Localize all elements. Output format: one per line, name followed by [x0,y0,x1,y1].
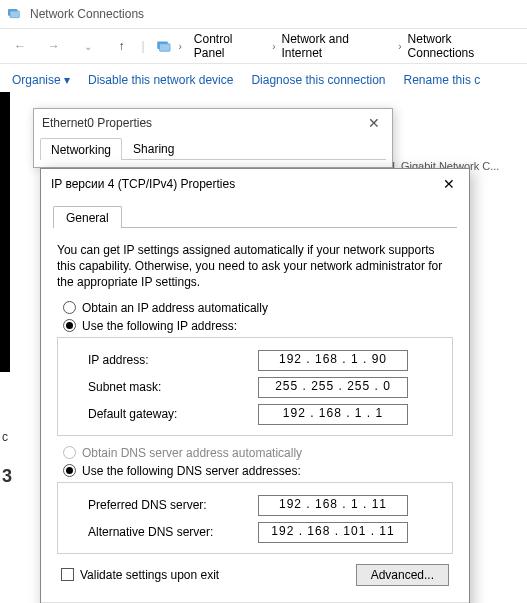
obscured-left-items: c 3 [2,430,12,509]
window-title: Network Connections [30,7,144,21]
crumb-network-connections[interactable]: Network Connections [408,32,521,60]
preferred-dns-input[interactable]: 192 . 168 . 1 . 11 [258,495,408,516]
tab-networking[interactable]: Networking [40,138,122,160]
ethernet-properties-dialog: Ethernet0 Properties ✕ Networking Sharin… [33,108,393,168]
checkbox-icon [61,568,74,581]
breadcrumb-icon [155,37,173,55]
preferred-dns-label: Preferred DNS server: [88,498,248,512]
radio-ip-auto[interactable]: Obtain an IP address automatically [63,301,457,315]
forward-button[interactable]: → [40,32,68,60]
ethernet-dialog-title: Ethernet0 Properties [42,116,152,130]
radio-dns-manual[interactable]: Use the following DNS server addresses: [63,464,457,478]
alternative-dns-input[interactable]: 192 . 168 . 101 . 11 [258,522,408,543]
alternative-dns-label: Alternative DNS server: [88,525,248,539]
radio-icon [63,301,76,314]
subnet-mask-input[interactable]: 255 . 255 . 255 . 0 [258,377,408,398]
chevron-right-icon: › [272,41,275,52]
rename-button[interactable]: Rename this c [404,73,481,87]
network-folder-icon [6,5,22,24]
ip-address-input[interactable]: 192 . 168 . 1 . 90 [258,350,408,371]
ethernet-tabs: Networking Sharing [40,137,386,160]
close-icon[interactable]: ✕ [364,115,384,131]
window-titlebar: Network Connections [0,0,527,28]
nav-bar: ← → ⌄ ↑ | › Control Panel › Network and … [0,28,527,64]
recent-button[interactable]: ⌄ [74,32,102,60]
tab-sharing[interactable]: Sharing [122,137,185,159]
ipv4-dialog-title: IP версии 4 (TCP/IPv4) Properties [51,177,235,191]
radio-icon [63,446,76,459]
chevron-right-icon: › [398,41,401,52]
ip-address-label: IP address: [88,353,248,367]
radio-ip-manual[interactable]: Use the following IP address: [63,319,457,333]
crumb-network-internet[interactable]: Network and Internet [281,32,392,60]
breadcrumb: Control Panel › Network and Internet › N… [194,32,521,60]
subnet-mask-label: Subnet mask: [88,380,248,394]
organise-menu[interactable]: Organise ▾ [12,73,70,87]
obscured-left-strip [0,92,10,372]
info-text: You can get IP settings assigned automat… [57,242,453,291]
radio-icon [63,464,76,477]
svg-rect-3 [159,44,170,52]
svg-rect-1 [10,11,19,18]
ipv4-properties-dialog: IP версии 4 (TCP/IPv4) Properties ✕ Gene… [40,168,470,603]
radio-dns-auto: Obtain DNS server address automatically [63,446,457,460]
disable-device-button[interactable]: Disable this network device [88,73,233,87]
default-gateway-input[interactable]: 192 . 168 . 1 . 1 [258,404,408,425]
diagnose-button[interactable]: Diagnose this connection [251,73,385,87]
validate-checkbox-row[interactable]: Validate settings upon exit [61,568,219,582]
up-button[interactable]: ↑ [108,32,136,60]
default-gateway-label: Default gateway: [88,407,248,421]
dns-fieldset: Preferred DNS server: 192 . 168 . 1 . 11… [57,482,453,554]
crumb-control-panel[interactable]: Control Panel [194,32,266,60]
command-bar: Organise ▾ Disable this network device D… [0,64,527,96]
close-icon[interactable]: ✕ [439,174,459,194]
tab-general[interactable]: General [53,206,122,228]
ip-fieldset: IP address: 192 . 168 . 1 . 90 Subnet ma… [57,337,453,436]
radio-icon [63,319,76,332]
chevron-right-icon: › [179,41,182,52]
advanced-button[interactable]: Advanced... [356,564,449,586]
back-button[interactable]: ← [6,32,34,60]
